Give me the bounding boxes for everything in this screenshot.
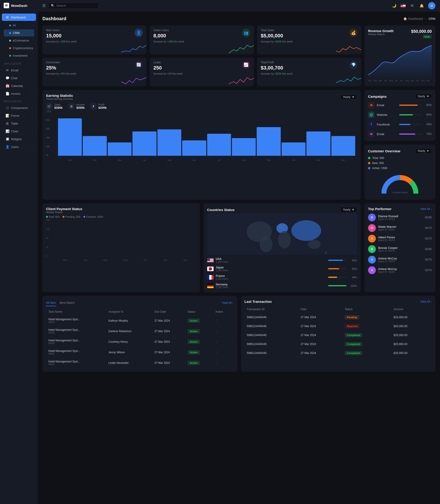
- svg-text:Customer Report: Customer Report: [392, 191, 408, 194]
- stat-icon: 📈: [242, 61, 250, 69]
- country-germany: Germany 1,240 Users 100%: [207, 283, 357, 288]
- sidebar-item-invoice[interactable]: 📄 Invoice ›: [2, 90, 36, 97]
- tasks-view-all[interactable]: View All ›: [222, 301, 234, 304]
- world-map: ⤢: [207, 213, 357, 255]
- action[interactable]: ⋮: [213, 326, 234, 337]
- performer-name: Wade Warren: [378, 225, 423, 229]
- transaction-amount: $20,000.00: [391, 322, 432, 331]
- campaign-bar: [399, 105, 418, 106]
- task-name: Hotel Management Syst...#5632: [46, 347, 106, 358]
- chart-icon: 📊: [5, 130, 9, 133]
- x-label: Oct: [282, 159, 305, 161]
- revenue-badge: $10k: [423, 35, 432, 39]
- dot-icon: [9, 55, 11, 57]
- facebook-icon: f: [368, 121, 374, 128]
- stat-value: $3,00,700: [261, 65, 283, 71]
- performer-id: Agent ID: 36254: [378, 229, 423, 231]
- sidebar-item-investment[interactable]: Investment: [4, 52, 34, 59]
- action[interactable]: ⋮: [213, 337, 234, 347]
- sidebar-item-chat[interactable]: 💬 Chat: [2, 74, 36, 82]
- stat-value: 15,000: [46, 33, 61, 39]
- sidebar-item-calendar[interactable]: 📅 Calendar: [2, 82, 36, 89]
- campaign-pct: 70%: [425, 132, 432, 136]
- performer-wade: W Wade Warren Agent ID: 36254 50/70: [368, 224, 432, 232]
- sidebar-item-chart[interactable]: 📊 Chart ›: [2, 128, 36, 135]
- page-title: Dashboard: [42, 16, 66, 21]
- sidebar-item-crm[interactable]: CRM: [4, 29, 34, 36]
- theme-icon[interactable]: 🌙: [391, 2, 397, 9]
- campaign-bar-wrap: [399, 105, 422, 106]
- campaigns-list: ✉ Email 80% 🌐 Website 60%: [368, 102, 432, 137]
- col-status: Status: [342, 306, 391, 313]
- chevron-down-icon: ▼: [426, 149, 429, 153]
- transaction-status: Rejected: [342, 322, 391, 331]
- due-date: 27 Mar 2024: [152, 337, 185, 347]
- customer-select[interactable]: Yearly ▼: [415, 148, 432, 154]
- campaign-website: 🌐 Website 60%: [368, 112, 432, 118]
- sidebar-item-dashboard[interactable]: ⊞ Dashboard ▼: [2, 14, 36, 21]
- stat-value: 25%: [46, 65, 60, 71]
- legend-profit: ⬆ Profit $200k: [90, 103, 107, 109]
- email-icon: ✉: [368, 131, 374, 137]
- stat-sub: Increase by +5% this week: [46, 72, 143, 75]
- transactions-table-section: Last Transaction View All › Transaction …: [241, 296, 436, 372]
- sidebar-item-components[interactable]: ⬡ Components ›: [2, 104, 36, 112]
- sidebar-item-widgets[interactable]: 🔲 Widgets: [2, 135, 36, 143]
- sidebar-item-cryptocurrency[interactable]: Cryptocurrency: [4, 44, 34, 52]
- sidebar-item-email[interactable]: ✉ Email: [2, 67, 36, 74]
- campaigns-select[interactable]: Yearly ▼: [415, 94, 432, 99]
- transactions-view-all[interactable]: View All ›: [420, 300, 432, 303]
- stat-icon: 💎: [349, 61, 358, 69]
- svg-text:Feb: Feb: [373, 79, 377, 82]
- status: Active: [185, 347, 213, 358]
- svg-text:Jul: Jul: [400, 79, 402, 82]
- svg-rect-2: [400, 6, 406, 8]
- legend-label: Total: 500: [372, 157, 384, 160]
- countries-select[interactable]: Yearly ▼: [340, 207, 357, 212]
- performer-name: Arlene McCoy: [378, 267, 423, 271]
- mail-icon[interactable]: ✉: [409, 2, 415, 9]
- col-status: Status: [185, 308, 213, 316]
- chevron-right-icon: ›: [233, 301, 234, 304]
- svg-text:Jan: Jan: [368, 79, 371, 82]
- sidebar-item-forms[interactable]: 📝 Forms ›: [2, 112, 36, 119]
- email-icon: ✉: [5, 68, 9, 72]
- sidebar-item-table[interactable]: ⊞ Table ›: [2, 120, 36, 127]
- table-row: Hotel Management Syst...#5632 Kathryn Mu…: [46, 316, 234, 326]
- notification-icon[interactable]: 🔔: [418, 2, 425, 9]
- legend-sales: 🛒 Sales $200k: [46, 103, 63, 109]
- menu-icon[interactable]: ☰: [42, 3, 46, 8]
- bar-jul: [207, 134, 231, 156]
- campaign-email: ✉ Email 80%: [368, 102, 432, 108]
- profit-icon: ⬆: [90, 103, 96, 109]
- view-all-top-performers[interactable]: View All ›: [420, 207, 432, 211]
- earning-select[interactable]: Yearly ▼: [340, 94, 357, 100]
- stat-label: Active Users: [153, 29, 169, 32]
- tab-best-match[interactable]: Best Match: [60, 300, 74, 306]
- stat-card-leads: Leads 250 📈 Increase by +20 this week: [150, 58, 254, 86]
- sidebar-item-ai[interactable]: AI: [4, 22, 34, 29]
- language-flag[interactable]: [400, 4, 406, 8]
- tab-all-item[interactable]: All Item: [46, 300, 56, 306]
- search-input[interactable]: [56, 4, 96, 7]
- action[interactable]: ⋮: [213, 316, 234, 326]
- chevron-right-icon: ›: [431, 300, 432, 303]
- sidebar-item-ecommerce[interactable]: eCommerce: [4, 37, 34, 44]
- table-row: 5986124445445 27 Mar 2024 Completed $20,…: [245, 331, 432, 340]
- performer-info: Arlene McCoy Agent ID: 36254: [378, 267, 423, 273]
- legend-pending: Pending: 500: [63, 216, 80, 218]
- assigned-to: Courtney Henry: [106, 337, 152, 347]
- campaign-name: Email: [377, 132, 397, 136]
- avatar[interactable]: U: [428, 2, 435, 9]
- sidebar-item-label: Cryptocurrency: [13, 46, 33, 50]
- col-action: Action: [213, 308, 234, 316]
- performer-name: Arlene McCoy: [378, 257, 423, 260]
- performer-info: Arlene McCoy Agent ID: 36254: [378, 257, 423, 263]
- legend-paid: Paid: 500: [46, 216, 59, 218]
- sidebar-item-users[interactable]: 👤 Users ›: [2, 143, 36, 150]
- action[interactable]: ⋮: [213, 347, 234, 358]
- campaign-bar-wrap: [399, 114, 422, 115]
- country-name: Japan: [216, 266, 326, 269]
- action[interactable]: ⋮: [213, 358, 234, 368]
- country-bar: [328, 285, 346, 286]
